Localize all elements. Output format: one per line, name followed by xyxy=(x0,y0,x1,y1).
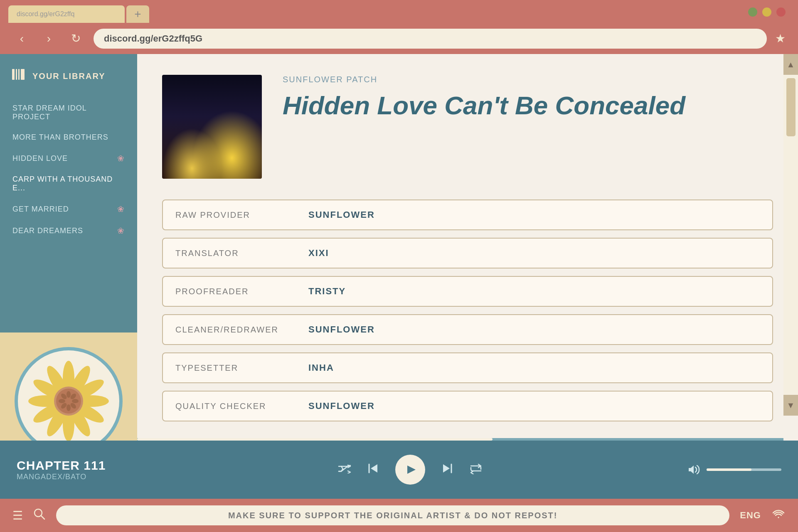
svg-rect-1 xyxy=(16,69,17,80)
tab-label: discord.gg/erG2zffq xyxy=(17,10,74,18)
credit-label-translator: TRANSLATOR xyxy=(163,239,296,267)
scroll-up-button[interactable]: ▲ xyxy=(783,54,798,75)
credit-value-cleaner: SUNFLOWER xyxy=(296,315,772,344)
sidebar-item-star-dream[interactable]: STAR DREAM IDOL PROJECT xyxy=(0,98,137,127)
volume-bar[interactable] xyxy=(707,468,781,471)
favorite-icon-3: ❀ xyxy=(117,226,125,236)
svg-rect-3 xyxy=(21,69,25,80)
minimize-button[interactable] xyxy=(748,7,757,17)
status-message: MAKE SURE TO SUPPORT THE ORIGINAL ARTIST… xyxy=(56,505,729,525)
manga-title: Hidden Love Can't Be Concealed xyxy=(283,91,773,120)
favorite-icon: ❀ xyxy=(117,153,125,163)
credit-label-proofreader: PROOFREADER xyxy=(163,278,296,305)
wifi-icon xyxy=(771,508,786,523)
credit-label-raw: RAW PROVIDER xyxy=(163,201,296,229)
sidebar-item-get-married[interactable]: GET MARRIED ❀ xyxy=(0,198,137,220)
sidebar-item-dear-dreamers[interactable]: DEAR DREAMERS ❀ xyxy=(0,220,137,241)
credit-value-proofreader: TRISTY xyxy=(296,277,772,306)
credit-value-translator: XIXI xyxy=(296,239,772,268)
library-title: YOUR LIBRARY xyxy=(32,71,105,81)
manga-cover xyxy=(162,75,262,179)
back-button[interactable]: ‹ xyxy=(12,29,31,48)
maximize-button[interactable] xyxy=(762,7,771,17)
svg-point-20 xyxy=(72,399,79,403)
credit-label-cleaner: CLEANER/REDRAWER xyxy=(163,316,296,344)
credit-row-proofreader: PROOFREADER TRISTY xyxy=(162,276,773,307)
publisher-label: SUNFLOWER PATCH xyxy=(283,75,773,84)
search-button[interactable] xyxy=(33,508,46,523)
next-button[interactable] xyxy=(440,461,455,479)
menu-button[interactable]: ☰ xyxy=(12,509,23,522)
credit-row-qc: QUALITY CHECKER SUNFLOWER xyxy=(162,391,773,421)
browser-tab[interactable]: discord.gg/erG2zffq xyxy=(8,5,125,23)
sidebar-item-hidden-love[interactable]: HIDDEN LOVE ❀ xyxy=(0,148,137,169)
language-label: ENG xyxy=(740,510,761,521)
repeat-button[interactable] xyxy=(469,463,483,477)
svg-rect-2 xyxy=(18,69,20,80)
shuffle-button[interactable] xyxy=(338,463,351,476)
credit-value-raw: SUNFLOWER xyxy=(296,200,772,229)
window-controls xyxy=(748,7,786,17)
volume-icon xyxy=(687,464,700,475)
chapter-label: CHAPTER 111 xyxy=(17,458,133,473)
favorite-icon-2: ❀ xyxy=(117,204,125,214)
status-bar: ☰ MAKE SURE TO SUPPORT THE ORIGINAL ARTI… xyxy=(0,499,798,532)
svg-point-22 xyxy=(66,404,71,411)
credit-row-typesetter: TYPESETTER INHA xyxy=(162,352,773,383)
credit-value-qc: SUNFLOWER xyxy=(296,392,772,421)
credit-row-cleaner: CLEANER/REDRAWER SUNFLOWER xyxy=(162,314,773,345)
svg-rect-0 xyxy=(12,69,15,80)
player-bar: CHAPTER 111 MANGADEX/BATO xyxy=(0,441,798,499)
main-content: SUNFLOWER PATCH Hidden Love Can't Be Con… xyxy=(137,54,798,470)
url-bar[interactable] xyxy=(94,29,767,49)
credit-value-typesetter: INHA xyxy=(296,353,772,382)
close-button[interactable] xyxy=(776,7,786,17)
forward-button[interactable]: › xyxy=(39,29,58,48)
library-icon xyxy=(10,66,26,86)
scroll-down-button[interactable]: ▼ xyxy=(783,395,798,416)
credit-row-translator: TRANSLATOR XIXI xyxy=(162,238,773,268)
svg-point-24 xyxy=(59,399,65,403)
credits-table: RAW PROVIDER SUNFLOWER TRANSLATOR XIXI P… xyxy=(162,200,773,421)
source-label: MANGADEX/BATO xyxy=(17,473,133,481)
scrollbar[interactable]: ▲ ▼ xyxy=(783,54,798,416)
sidebar-item-carp[interactable]: CARP WITH A THOUSAND E... xyxy=(0,169,137,198)
reload-button[interactable]: ↻ xyxy=(66,29,85,48)
credit-label-qc: QUALITY CHECKER xyxy=(163,392,296,420)
volume-fill xyxy=(707,468,751,471)
prev-button[interactable] xyxy=(366,461,381,479)
credit-row-raw: RAW PROVIDER SUNFLOWER xyxy=(162,200,773,230)
scroll-thumb[interactable] xyxy=(786,78,796,136)
new-tab-button[interactable]: + xyxy=(126,5,149,23)
sidebar-item-more-than[interactable]: MORE THAN BROTHERS xyxy=(0,127,137,148)
play-button[interactable] xyxy=(395,455,425,485)
credit-label-typesetter: TYPESETTER xyxy=(163,354,296,382)
svg-point-18 xyxy=(66,391,71,398)
volume-control[interactable] xyxy=(687,464,781,475)
bookmark-button[interactable]: ★ xyxy=(775,32,786,45)
